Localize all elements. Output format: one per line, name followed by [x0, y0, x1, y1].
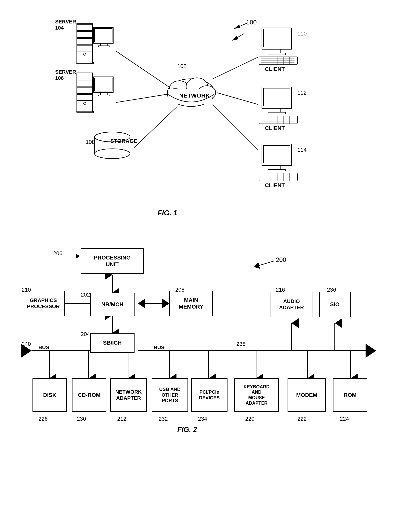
pci-devices-label: PCI/PCIeDEVICES: [199, 389, 220, 401]
svg-rect-30: [100, 93, 107, 95]
graphics-processor-box: GRAPHICSPROCESSOR: [22, 291, 65, 316]
svg-text:NETWORK: NETWORK: [179, 92, 210, 99]
ref200-arrow: [252, 258, 278, 270]
client-110-label: CLIENT: [265, 66, 285, 72]
client-112-label: CLIENT: [265, 125, 285, 131]
server-104-label: SERVER104: [55, 19, 76, 31]
svg-rect-31: [99, 95, 109, 96]
svg-rect-56: [262, 87, 291, 108]
fig1-container: SERVER104 SERVER106: [35, 8, 370, 225]
storage-label: STORAGE: [110, 138, 138, 144]
svg-rect-70: [264, 146, 290, 163]
nb-mch-box: NB/MCH: [90, 293, 135, 316]
client-114: [258, 144, 301, 184]
cd-rom-box: CD-ROM: [72, 378, 106, 412]
svg-point-13: [83, 53, 86, 55]
ref-204: 204: [81, 331, 90, 337]
svg-rect-71: [273, 165, 281, 170]
svg-rect-19: [99, 46, 109, 47]
network-adapter-box: NETWORKADAPTER: [110, 378, 147, 412]
main-memory-label: MAINMEMORY: [179, 297, 203, 310]
svg-point-25: [83, 102, 86, 105]
modem-label: MODEM: [296, 392, 317, 399]
fig2-container: PROCESSINGUNIT 206 NB/MCH 202 SB/ICH 204…: [16, 236, 390, 524]
client-112: [258, 87, 301, 127]
disk-label: DISK: [43, 392, 56, 399]
ref-232: 232: [158, 416, 168, 422]
svg-rect-23: [77, 88, 92, 94]
svg-line-3: [213, 57, 258, 79]
bus-right-label: BUS: [154, 344, 164, 350]
svg-line-6: [232, 33, 244, 40]
ref-220: 220: [245, 416, 254, 422]
cloud-icon: NETWORK: [163, 73, 219, 112]
network-adapter-label: NETWORKADAPTER: [115, 389, 142, 401]
svg-rect-29: [94, 78, 112, 91]
sio-label: SIO: [330, 301, 339, 308]
svg-line-5: [213, 104, 258, 150]
svg-rect-12: [77, 45, 92, 51]
ref-234: 234: [198, 416, 207, 422]
audio-adapter-label: AUDIOADAPTER: [279, 298, 304, 310]
main-memory-box: MAINMEMORY: [170, 291, 213, 316]
ref-102: 102: [177, 63, 187, 69]
processing-unit-box: PROCESSINGUNIT: [81, 248, 144, 274]
ref-100-arrow: [232, 20, 252, 32]
server-106-label: SERVER106: [55, 69, 76, 81]
client-114-label: CLIENT: [265, 182, 285, 189]
sb-ich-box: SB/ICH: [90, 333, 135, 353]
ref-110: 110: [297, 31, 307, 37]
svg-rect-72: [268, 170, 286, 171]
ref-202: 202: [81, 292, 90, 298]
svg-rect-22: [77, 81, 92, 87]
server-106: [75, 69, 114, 129]
server-106-icon: [75, 69, 114, 128]
svg-rect-17: [94, 29, 112, 42]
rom-box: ROM: [333, 378, 367, 412]
client-112-icon: [258, 87, 301, 126]
ref-216: 216: [276, 287, 285, 293]
audio-adapter-box: AUDIOADAPTER: [270, 292, 313, 317]
ref-210: 210: [22, 287, 31, 293]
ref-114: 114: [297, 147, 307, 153]
page: SERVER104 SERVER106: [0, 0, 402, 532]
svg-rect-16: [94, 28, 113, 43]
pci-devices-box: PCI/PCIeDEVICES: [191, 378, 227, 412]
ref-224: 224: [340, 416, 349, 422]
keyboard-mouse-label: KEYBOARDANDMOUSEADAPTER: [244, 384, 270, 406]
nb-mch-label: NB/MCH: [101, 301, 124, 308]
svg-rect-11: [77, 38, 92, 44]
client-110-icon: [258, 28, 301, 67]
network-cloud: NETWORK: [163, 73, 219, 113]
fig1-caption: FIG. 1: [157, 209, 177, 217]
bus-left-label: BUS: [38, 344, 49, 350]
ref-108: 108: [86, 139, 95, 145]
ref206-arrow: [61, 252, 83, 260]
ref-226: 226: [38, 416, 48, 422]
svg-line-83: [234, 23, 248, 29]
svg-rect-24: [77, 95, 92, 101]
svg-rect-10: [77, 32, 92, 38]
sb-ich-label: SB/ICH: [103, 340, 122, 346]
rom-label: ROM: [344, 392, 357, 399]
ref-238: 238: [236, 341, 246, 347]
fig2-caption: FIG. 2: [177, 426, 197, 434]
svg-rect-18: [100, 43, 107, 46]
svg-rect-46: [268, 53, 286, 55]
graphics-processor-label: GRAPHICSPROCESSOR: [27, 297, 60, 310]
client-114-icon: [258, 144, 301, 183]
svg-rect-57: [264, 88, 290, 106]
svg-rect-28: [94, 77, 113, 93]
disk-box: DISK: [32, 378, 67, 412]
client-110: [258, 28, 301, 68]
ref-236: 236: [327, 287, 336, 293]
ref-208: 208: [175, 287, 185, 293]
svg-rect-45: [273, 49, 281, 53]
svg-line-110: [254, 261, 274, 267]
usb-ports-box: USB ANDOTHERPORTS: [152, 378, 188, 412]
svg-rect-20: [77, 73, 93, 112]
keyboard-mouse-box: KEYBOARDANDMOUSEADAPTER: [234, 378, 279, 412]
svg-rect-43: [262, 28, 291, 49]
svg-rect-9: [77, 25, 92, 31]
svg-rect-44: [264, 29, 290, 47]
